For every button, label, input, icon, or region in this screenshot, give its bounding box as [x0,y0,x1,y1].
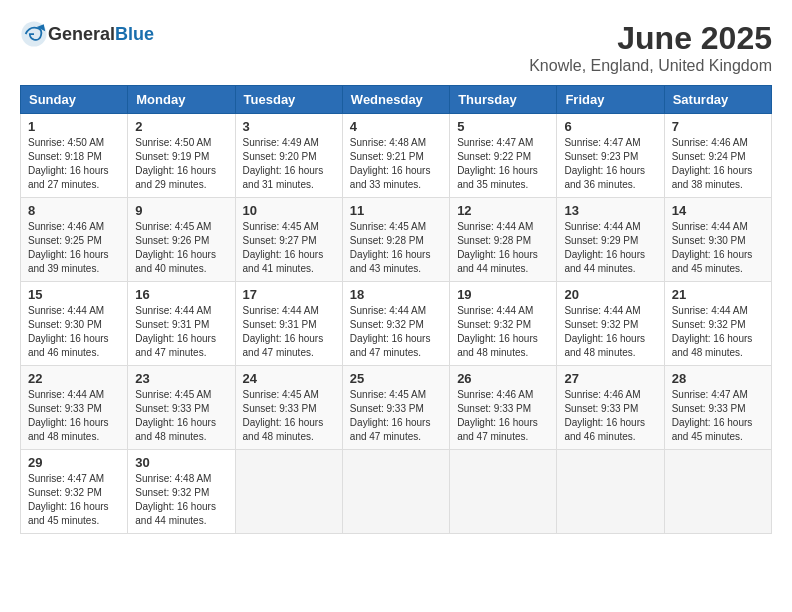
sunrise-text: Sunrise: 4:47 AM [564,137,640,148]
table-row: 9 Sunrise: 4:45 AM Sunset: 9:26 PM Dayli… [128,198,235,282]
col-wednesday: Wednesday [342,86,449,114]
calendar-week-row: 22 Sunrise: 4:44 AM Sunset: 9:33 PM Dayl… [21,366,772,450]
table-row: 3 Sunrise: 4:49 AM Sunset: 9:20 PM Dayli… [235,114,342,198]
table-row: 4 Sunrise: 4:48 AM Sunset: 9:21 PM Dayli… [342,114,449,198]
day-number: 11 [350,203,442,218]
day-number: 8 [28,203,120,218]
sunrise-text: Sunrise: 4:45 AM [243,389,319,400]
table-row: 20 Sunrise: 4:44 AM Sunset: 9:32 PM Dayl… [557,282,664,366]
daylight-text: Daylight: 16 hours and 48 minutes. [672,333,753,358]
day-info: Sunrise: 4:47 AM Sunset: 9:23 PM Dayligh… [564,136,656,192]
day-number: 5 [457,119,549,134]
daylight-text: Daylight: 16 hours and 48 minutes. [28,417,109,442]
sunrise-text: Sunrise: 4:44 AM [28,305,104,316]
daylight-text: Daylight: 16 hours and 44 minutes. [564,249,645,274]
location-title: Knowle, England, United Kingdom [529,57,772,75]
table-row: 19 Sunrise: 4:44 AM Sunset: 9:32 PM Dayl… [450,282,557,366]
day-info: Sunrise: 4:49 AM Sunset: 9:20 PM Dayligh… [243,136,335,192]
table-row [450,450,557,534]
table-row: 5 Sunrise: 4:47 AM Sunset: 9:22 PM Dayli… [450,114,557,198]
daylight-text: Daylight: 16 hours and 45 minutes. [672,417,753,442]
col-friday: Friday [557,86,664,114]
daylight-text: Daylight: 16 hours and 46 minutes. [28,333,109,358]
col-sunday: Sunday [21,86,128,114]
day-number: 29 [28,455,120,470]
day-info: Sunrise: 4:50 AM Sunset: 9:18 PM Dayligh… [28,136,120,192]
day-number: 6 [564,119,656,134]
sunset-text: Sunset: 9:33 PM [135,403,209,414]
sunrise-text: Sunrise: 4:44 AM [28,389,104,400]
page-header: GeneralBlue June 2025 Knowle, England, U… [20,20,772,75]
sunset-text: Sunset: 9:32 PM [672,319,746,330]
sunset-text: Sunset: 9:32 PM [350,319,424,330]
day-info: Sunrise: 4:45 AM Sunset: 9:28 PM Dayligh… [350,220,442,276]
daylight-text: Daylight: 16 hours and 48 minutes. [564,333,645,358]
day-number: 19 [457,287,549,302]
day-number: 7 [672,119,764,134]
daylight-text: Daylight: 16 hours and 27 minutes. [28,165,109,190]
daylight-text: Daylight: 16 hours and 45 minutes. [672,249,753,274]
daylight-text: Daylight: 16 hours and 40 minutes. [135,249,216,274]
sunset-text: Sunset: 9:33 PM [457,403,531,414]
day-info: Sunrise: 4:48 AM Sunset: 9:21 PM Dayligh… [350,136,442,192]
daylight-text: Daylight: 16 hours and 47 minutes. [457,417,538,442]
day-info: Sunrise: 4:44 AM Sunset: 9:28 PM Dayligh… [457,220,549,276]
day-info: Sunrise: 4:48 AM Sunset: 9:32 PM Dayligh… [135,472,227,528]
table-row: 24 Sunrise: 4:45 AM Sunset: 9:33 PM Dayl… [235,366,342,450]
day-number: 12 [457,203,549,218]
sunrise-text: Sunrise: 4:46 AM [672,137,748,148]
day-number: 25 [350,371,442,386]
sunset-text: Sunset: 9:19 PM [135,151,209,162]
calendar-week-row: 15 Sunrise: 4:44 AM Sunset: 9:30 PM Dayl… [21,282,772,366]
day-number: 15 [28,287,120,302]
day-number: 28 [672,371,764,386]
day-number: 30 [135,455,227,470]
sunset-text: Sunset: 9:22 PM [457,151,531,162]
sunrise-text: Sunrise: 4:45 AM [243,221,319,232]
logo: GeneralBlue [20,20,154,48]
sunset-text: Sunset: 9:21 PM [350,151,424,162]
daylight-text: Daylight: 16 hours and 47 minutes. [135,333,216,358]
sunrise-text: Sunrise: 4:44 AM [135,305,211,316]
day-number: 10 [243,203,335,218]
col-monday: Monday [128,86,235,114]
daylight-text: Daylight: 16 hours and 47 minutes. [350,333,431,358]
sunset-text: Sunset: 9:29 PM [564,235,638,246]
sunset-text: Sunset: 9:32 PM [457,319,531,330]
table-row [557,450,664,534]
day-number: 17 [243,287,335,302]
sunset-text: Sunset: 9:30 PM [672,235,746,246]
table-row: 26 Sunrise: 4:46 AM Sunset: 9:33 PM Dayl… [450,366,557,450]
sunset-text: Sunset: 9:23 PM [564,151,638,162]
daylight-text: Daylight: 16 hours and 35 minutes. [457,165,538,190]
sunset-text: Sunset: 9:33 PM [564,403,638,414]
table-row: 2 Sunrise: 4:50 AM Sunset: 9:19 PM Dayli… [128,114,235,198]
sunrise-text: Sunrise: 4:50 AM [135,137,211,148]
sunset-text: Sunset: 9:26 PM [135,235,209,246]
sunrise-text: Sunrise: 4:45 AM [350,389,426,400]
sunset-text: Sunset: 9:32 PM [135,487,209,498]
day-number: 22 [28,371,120,386]
day-number: 23 [135,371,227,386]
sunset-text: Sunset: 9:20 PM [243,151,317,162]
daylight-text: Daylight: 16 hours and 48 minutes. [135,417,216,442]
daylight-text: Daylight: 16 hours and 44 minutes. [135,501,216,526]
col-saturday: Saturday [664,86,771,114]
sunrise-text: Sunrise: 4:45 AM [135,221,211,232]
sunrise-text: Sunrise: 4:48 AM [135,473,211,484]
table-row: 14 Sunrise: 4:44 AM Sunset: 9:30 PM Dayl… [664,198,771,282]
table-row: 15 Sunrise: 4:44 AM Sunset: 9:30 PM Dayl… [21,282,128,366]
day-info: Sunrise: 4:44 AM Sunset: 9:30 PM Dayligh… [28,304,120,360]
day-number: 2 [135,119,227,134]
table-row: 22 Sunrise: 4:44 AM Sunset: 9:33 PM Dayl… [21,366,128,450]
day-number: 1 [28,119,120,134]
sunrise-text: Sunrise: 4:44 AM [243,305,319,316]
daylight-text: Daylight: 16 hours and 47 minutes. [350,417,431,442]
calendar-week-row: 1 Sunrise: 4:50 AM Sunset: 9:18 PM Dayli… [21,114,772,198]
daylight-text: Daylight: 16 hours and 38 minutes. [672,165,753,190]
daylight-text: Daylight: 16 hours and 41 minutes. [243,249,324,274]
day-info: Sunrise: 4:46 AM Sunset: 9:25 PM Dayligh… [28,220,120,276]
sunrise-text: Sunrise: 4:45 AM [350,221,426,232]
sunrise-text: Sunrise: 4:44 AM [564,305,640,316]
day-number: 24 [243,371,335,386]
